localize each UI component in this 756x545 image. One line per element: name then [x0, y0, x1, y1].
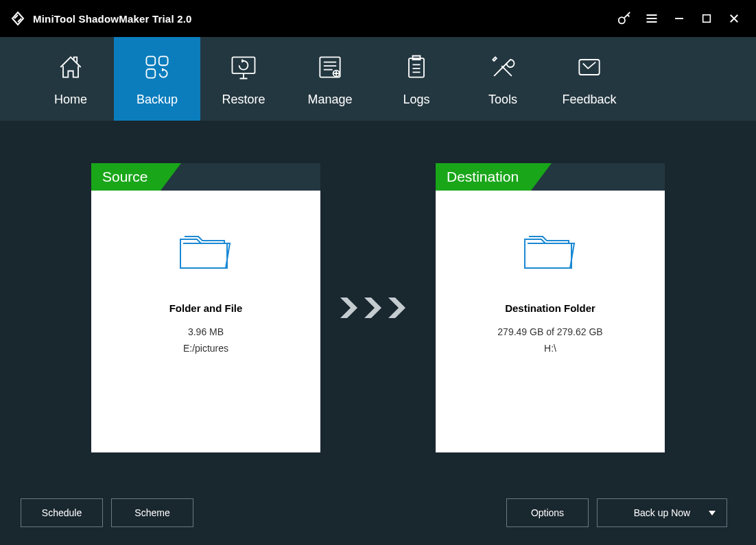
destination-tag: Destination — [436, 163, 531, 191]
backup-icon — [142, 51, 172, 83]
feedback-icon — [574, 51, 604, 83]
source-path: E:/pictures — [183, 343, 228, 354]
cards-row: Source Folder and File 3.96 MB E:/pictur… — [21, 121, 735, 452]
svg-rect-3 — [159, 56, 168, 65]
nav-label: Tools — [488, 93, 517, 107]
destination-path: H:\ — [544, 343, 556, 354]
source-tag: Source — [91, 163, 161, 191]
nav-label: Feedback — [562, 93, 616, 107]
tools-icon — [488, 51, 518, 83]
nav-label: Restore — [222, 93, 265, 107]
menu-icon[interactable] — [638, 5, 665, 32]
svg-rect-6 — [320, 57, 340, 77]
destination-tag-label: Destination — [447, 169, 519, 185]
close-button[interactable] — [720, 5, 748, 32]
key-icon[interactable] — [611, 5, 638, 32]
nav-label: Home — [54, 93, 87, 107]
app-title: MiniTool ShadowMaker Trial 2.0 — [33, 13, 192, 25]
nav-restore[interactable]: Restore — [200, 37, 287, 121]
destination-heading: Destination Folder — [505, 302, 595, 314]
nav-home[interactable]: Home — [27, 37, 114, 121]
bottom-bar: Schedule Scheme Options Back up Now — [21, 498, 735, 527]
main-nav: Home Backup Restore Manage Logs Tools — [0, 37, 756, 121]
nav-tools[interactable]: Tools — [460, 37, 546, 121]
destination-card[interactable]: Destination Destination Folder 279.49 GB… — [436, 163, 665, 452]
destination-size: 279.49 GB of 279.62 GB — [497, 326, 602, 337]
destination-body: Destination Folder 279.49 GB of 279.62 G… — [436, 191, 665, 452]
maximize-button[interactable] — [693, 5, 720, 32]
folder-icon — [176, 228, 235, 269]
source-size: 3.96 MB — [188, 326, 224, 337]
nav-label: Backup — [137, 93, 178, 107]
app-logo-icon — [10, 10, 26, 27]
home-icon — [56, 51, 86, 83]
chevron-down-icon — [709, 507, 716, 518]
svg-rect-2 — [146, 56, 155, 65]
scheme-button[interactable]: Scheme — [111, 498, 193, 527]
nav-logs[interactable]: Logs — [373, 37, 460, 121]
svg-point-0 — [619, 17, 625, 23]
nav-manage[interactable]: Manage — [287, 37, 373, 121]
nav-label: Logs — [403, 93, 429, 107]
source-tag-label: Source — [102, 169, 148, 185]
schedule-button[interactable]: Schedule — [21, 498, 103, 527]
titlebar: MiniTool ShadowMaker Trial 2.0 — [0, 0, 756, 37]
options-button[interactable]: Options — [506, 498, 589, 527]
svg-rect-1 — [703, 15, 711, 23]
logs-icon — [401, 51, 432, 83]
source-body: Folder and File 3.96 MB E:/pictures — [91, 191, 320, 452]
folder-icon — [521, 228, 580, 269]
backup-now-button[interactable]: Back up Now — [597, 498, 727, 527]
source-heading: Folder and File — [169, 302, 243, 314]
manage-icon — [315, 51, 345, 83]
arrow-icon — [337, 294, 419, 322]
backup-now-label: Back up Now — [634, 507, 690, 518]
svg-rect-4 — [146, 69, 155, 77]
nav-label: Manage — [307, 93, 352, 107]
minimize-button[interactable] — [665, 5, 693, 32]
svg-rect-5 — [233, 57, 255, 73]
restore-icon — [228, 51, 259, 83]
source-card[interactable]: Source Folder and File 3.96 MB E:/pictur… — [91, 163, 320, 452]
content-area: Source Folder and File 3.96 MB E:/pictur… — [0, 121, 756, 545]
nav-feedback[interactable]: Feedback — [546, 37, 633, 121]
nav-backup[interactable]: Backup — [114, 37, 200, 121]
